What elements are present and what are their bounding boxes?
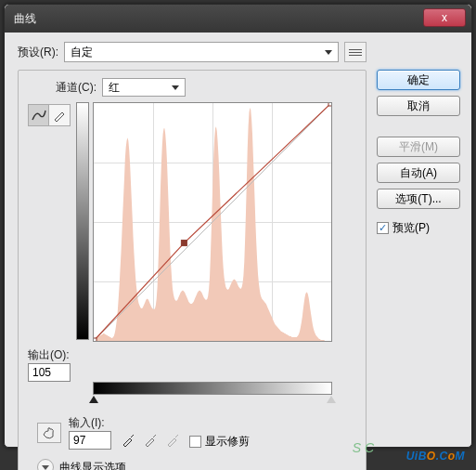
curve-point-tool[interactable] xyxy=(29,105,49,125)
curve-group: 通道(C): 红 xyxy=(18,70,367,470)
hand-icon xyxy=(41,425,58,440)
eyedropper-icon xyxy=(121,433,135,448)
output-gradient xyxy=(76,102,89,340)
svg-rect-3 xyxy=(328,103,331,106)
preview-label: 预览(P) xyxy=(392,220,430,236)
output-value: 105 xyxy=(32,366,51,379)
expand-button[interactable] xyxy=(37,459,54,470)
input-gradient xyxy=(93,382,332,395)
display-options-label: 曲线显示选项 xyxy=(59,460,126,471)
svg-rect-2 xyxy=(181,241,187,246)
output-row: 输出(O): 105 xyxy=(28,347,356,382)
channel-row: 通道(C): 红 xyxy=(56,78,356,97)
output-col: 输出(O): 105 xyxy=(28,347,80,382)
channel-label: 通道(C): xyxy=(56,80,96,96)
close-button[interactable]: x xyxy=(423,8,466,27)
gray-eyedropper[interactable] xyxy=(141,431,160,450)
close-icon: x xyxy=(442,11,447,24)
eyedropper-icon xyxy=(143,433,158,448)
dialog-title: 曲线 xyxy=(14,11,36,27)
sc-watermark: S C xyxy=(353,440,374,455)
output-label: 输出(O): xyxy=(28,347,74,363)
auto-button[interactable]: 自动(A) xyxy=(377,163,460,183)
white-point-slider[interactable] xyxy=(327,396,336,403)
preset-row: 预设(R): 自定 xyxy=(18,42,367,62)
channel-select[interactable]: 红 xyxy=(102,78,186,97)
curve-tool-pair xyxy=(28,104,71,126)
input-value: 97 xyxy=(73,434,85,447)
black-point-slider[interactable] xyxy=(89,396,98,403)
pencil-icon xyxy=(53,109,66,122)
curve-canvas[interactable] xyxy=(93,102,332,342)
channel-value: 红 xyxy=(109,80,120,96)
curve-area xyxy=(76,102,356,342)
cancel-button[interactable]: 取消 xyxy=(377,96,460,116)
show-clipping[interactable]: 显示修剪 xyxy=(189,434,250,450)
input-row: 输入(I): 97 显示修剪 xyxy=(37,415,356,450)
options-button[interactable]: 选项(T)... xyxy=(377,189,460,209)
show-clipping-label: 显示修剪 xyxy=(205,434,250,450)
eyedropper-icon xyxy=(165,433,180,448)
eyedropper-group xyxy=(119,431,182,450)
preset-value: 自定 xyxy=(71,45,93,60)
chevron-down-icon xyxy=(42,465,49,470)
white-eyedropper[interactable] xyxy=(163,431,182,450)
display-options-row[interactable]: 曲线显示选项 xyxy=(37,459,356,470)
input-label: 输入(I): xyxy=(69,415,106,431)
preset-label: 预设(R): xyxy=(18,45,58,60)
dialog-body: 预设(R): 自定 通道(C): 红 xyxy=(5,33,471,470)
curve-tools xyxy=(28,104,71,126)
show-clipping-checkbox[interactable] xyxy=(189,436,201,448)
output-input[interactable]: 105 xyxy=(28,363,71,382)
input-input[interactable]: 97 xyxy=(69,431,111,450)
preview-checkbox[interactable] xyxy=(377,222,389,234)
titlebar[interactable]: 曲线 x xyxy=(5,5,471,33)
curve-pencil-tool[interactable] xyxy=(49,105,70,125)
chevron-down-icon xyxy=(172,85,179,90)
smooth-button[interactable]: 平滑(M) xyxy=(377,137,460,157)
preset-menu-button[interactable] xyxy=(344,42,367,62)
ok-button[interactable]: 确定 xyxy=(377,70,460,90)
curve-icon xyxy=(32,109,46,122)
watermark: UiBO.CoM xyxy=(406,443,465,464)
curves-dialog: 曲线 x 预设(R): 自定 通道(C): 红 xyxy=(4,4,472,448)
preview-row[interactable]: 预览(P) xyxy=(377,220,460,236)
black-eyedropper[interactable] xyxy=(119,431,137,450)
right-button-panel: 确定 取消 平滑(M) 自动(A) 选项(T)... 预览(P) xyxy=(377,70,460,236)
chevron-down-icon xyxy=(325,50,332,55)
svg-rect-1 xyxy=(94,338,96,341)
preset-select[interactable]: 自定 xyxy=(64,42,339,62)
input-col: 输入(I): 97 xyxy=(69,415,111,450)
target-adjust-tool[interactable] xyxy=(37,423,61,443)
